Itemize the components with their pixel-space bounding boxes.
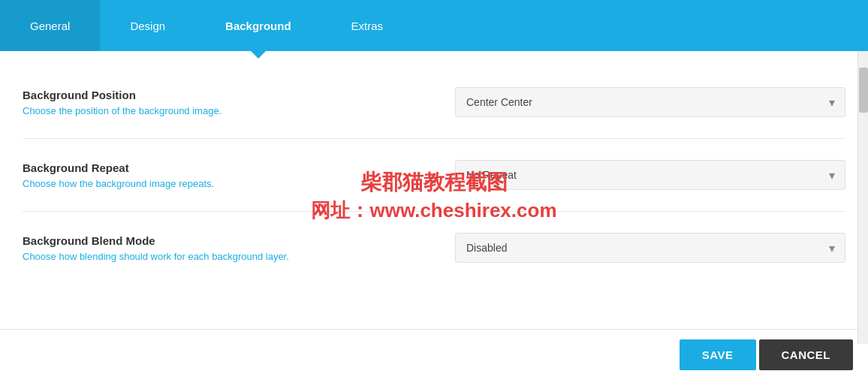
tab-background[interactable]: Background [195, 0, 321, 51]
label-area-background-blend-mode: Background Blend Mode Choose how blendin… [23, 234, 455, 262]
tab-bar: General Design Background Extras [0, 0, 868, 51]
scrollbar-thumb[interactable] [859, 68, 868, 113]
title-background-blend-mode: Background Blend Mode [23, 234, 440, 247]
tab-extras[interactable]: Extras [321, 0, 414, 51]
tab-general[interactable]: General [0, 0, 100, 51]
desc-background-blend-mode: Choose how blending should work for each… [23, 251, 440, 262]
setting-row-background-position: Background Position Choose the position … [23, 66, 845, 139]
content-area: 柴郡猫教程截图 网址：www.cheshirex.com Background … [0, 51, 868, 329]
label-area-background-position: Background Position Choose the position … [23, 89, 455, 116]
save-button[interactable]: SAVE [680, 339, 756, 370]
select-wrapper-blend-mode: Disabled Normal Multiply Screen Overlay … [455, 233, 845, 263]
modal-container: General Design Background Extras 柴郡猫教程截图… [0, 0, 868, 380]
control-background-blend-mode: Disabled Normal Multiply Screen Overlay … [455, 233, 845, 263]
scrollbar-track[interactable] [857, 51, 868, 344]
control-background-repeat: No Repeat Repeat Repeat X Repeat Y [455, 160, 845, 190]
label-area-background-repeat: Background Repeat Choose how the backgro… [23, 161, 455, 189]
setting-row-background-blend-mode: Background Blend Mode Choose how blendin… [23, 212, 845, 284]
desc-background-repeat: Choose how the background image repeats. [23, 178, 440, 189]
title-background-repeat: Background Repeat [23, 161, 440, 174]
control-background-position: Center Center Top Left Top Center Top Ri… [455, 87, 845, 117]
select-background-repeat[interactable]: No Repeat Repeat Repeat X Repeat Y [455, 160, 845, 190]
tab-design[interactable]: Design [100, 0, 195, 51]
select-background-blend-mode[interactable]: Disabled Normal Multiply Screen Overlay … [455, 233, 845, 263]
select-background-position[interactable]: Center Center Top Left Top Center Top Ri… [455, 87, 845, 117]
cancel-button[interactable]: CANCEL [759, 339, 854, 370]
select-wrapper-repeat: No Repeat Repeat Repeat X Repeat Y [455, 160, 845, 190]
title-background-position: Background Position [23, 89, 440, 101]
select-wrapper-position: Center Center Top Left Top Center Top Ri… [455, 87, 845, 117]
desc-background-position: Choose the position of the background im… [23, 105, 440, 116]
footer: SAVE CANCEL [0, 329, 868, 380]
setting-row-background-repeat: Background Repeat Choose how the backgro… [23, 139, 845, 212]
